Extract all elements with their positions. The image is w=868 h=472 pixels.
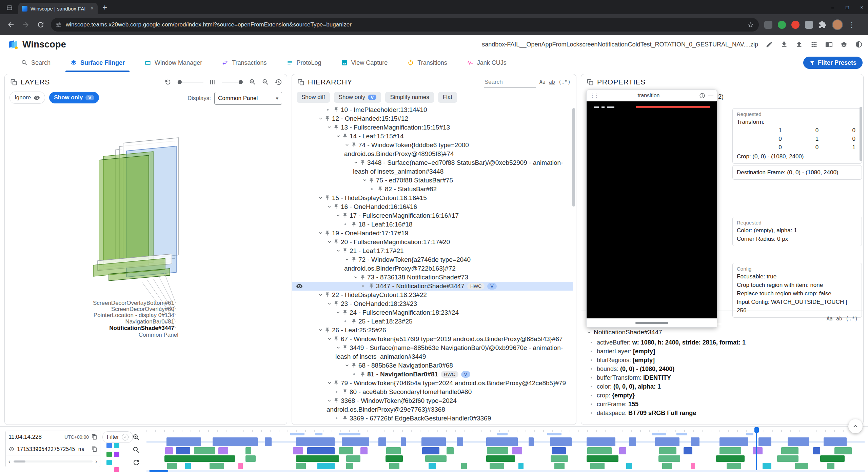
pin-icon[interactable] [342, 213, 348, 218]
trace-entry-segment[interactable] [296, 437, 335, 446]
pin-icon[interactable] [324, 327, 330, 333]
pin-icon[interactable] [369, 283, 374, 289]
profile-avatar[interactable] [832, 19, 843, 30]
trace-entry-segment[interactable] [176, 447, 190, 454]
trace-entry-segment[interactable] [296, 463, 306, 469]
pin-icon[interactable] [342, 345, 348, 351]
expand-arrow-icon[interactable] [318, 327, 323, 333]
visible-chip[interactable]: V [487, 283, 496, 290]
trace-entry-segment[interactable] [691, 437, 699, 446]
hierarchy-search-input[interactable] [484, 77, 536, 87]
trace-entry-segment[interactable] [512, 447, 522, 454]
trace-entry-segment[interactable] [346, 463, 353, 469]
hierarchy-node[interactable]: 74 - WindowToken{fdddbe6 type=2000 andro… [292, 141, 573, 158]
reload-icon[interactable] [37, 21, 45, 29]
hierarchy-node[interactable]: 25 - Leaf:18:23#25 [292, 317, 573, 326]
expand-arrow-icon[interactable] [318, 230, 323, 236]
trace-entry-segment[interactable] [245, 455, 256, 462]
download-icon[interactable] [781, 41, 788, 48]
browser-tab[interactable]: Winscope | sandbox-FAI × [18, 3, 98, 14]
hierarchy-node[interactable]: 18 - Leaf:16:16#18 [292, 220, 573, 229]
tab-search-icon[interactable] [6, 4, 13, 11]
drag-handle-icon[interactable]: ⋮⋮ [590, 93, 598, 99]
trace-entry-segment[interactable] [265, 437, 271, 446]
new-tab-button[interactable]: + [102, 3, 107, 12]
expand-arrow-icon[interactable] [335, 345, 341, 351]
property-row[interactable]: barrierLayer: [empty] [581, 347, 863, 356]
trace-entry-segment[interactable] [820, 455, 845, 462]
layers-3d-canvas[interactable]: ScreenDecorOverlayBottom#61ScreenDecorOv… [5, 105, 287, 425]
trace-entry-segment[interactable] [587, 437, 615, 446]
pin-icon[interactable] [351, 362, 357, 368]
extension-icon[interactable] [764, 21, 772, 29]
simplify-names-button[interactable]: Simplify names [385, 92, 434, 103]
trace-entry-segment[interactable] [552, 447, 566, 454]
trace-entry-segment[interactable] [421, 437, 446, 446]
trace-entry-segment[interactable] [490, 463, 504, 469]
reset-zoom-icon[interactable] [132, 458, 140, 467]
pin-icon[interactable] [333, 336, 339, 342]
url-bar[interactable]: winscope.teams.x20web.corp.google.com/pr… [51, 18, 759, 32]
trace-entry-segment[interactable] [662, 463, 672, 469]
spacing-icon[interactable] [209, 78, 216, 86]
zoom-out-icon[interactable] [132, 446, 140, 454]
rotate-3d-icon[interactable] [164, 78, 172, 86]
pin-icon[interactable] [333, 124, 339, 130]
flat-button[interactable]: Flat [438, 92, 457, 103]
expand-arrow-icon[interactable] [353, 160, 359, 165]
property-row[interactable]: crop: {empty} [581, 391, 863, 400]
trace-entry-segment[interactable] [342, 437, 369, 446]
spacing-slider[interactable] [222, 82, 243, 82]
hierarchy-node[interactable]: 3449 - Surface(name=885b63e NavigationBa… [292, 343, 573, 361]
filter-presets-button[interactable]: Filter Presets [803, 57, 863, 69]
trace-entry-segment[interactable] [655, 437, 679, 446]
hierarchy-node[interactable]: 72 - WindowToken{a2746de type=2040 andro… [292, 255, 573, 273]
expand-arrow-icon[interactable] [335, 310, 341, 315]
trace-entry-segment[interactable] [194, 447, 216, 454]
ignore-button[interactable]: Ignore [9, 92, 45, 104]
pin-icon[interactable] [342, 133, 348, 139]
property-row[interactable]: dataspace: BT709 sRGB Full range [581, 409, 863, 417]
expand-arrow-icon[interactable] [318, 116, 323, 121]
expand-arrow-icon[interactable] [327, 301, 332, 307]
pin-icon[interactable] [342, 389, 348, 395]
pin-icon[interactable] [324, 195, 330, 201]
pin-icon[interactable] [342, 310, 348, 315]
pin-icon[interactable] [351, 142, 357, 148]
expand-timeline-button[interactable] [848, 419, 863, 433]
hierarchy-node[interactable]: 3369 - 67726bf EdgeBackGestureHandler0#3… [292, 414, 573, 423]
match-case-icon[interactable]: Aa [539, 79, 546, 85]
trace-entry-segment[interactable] [777, 455, 799, 462]
trace-entry-segment[interactable] [658, 455, 680, 462]
tab-transitions[interactable]: Transitions [400, 54, 454, 72]
trace-entry-segment[interactable] [486, 455, 515, 462]
trace-type-icon[interactable] [106, 443, 112, 448]
trace-entry-segment[interactable] [457, 437, 463, 446]
trace-entry-segment[interactable] [360, 447, 368, 454]
whole-word-icon[interactable]: ab [549, 79, 555, 85]
trace-entry-segment[interactable] [716, 455, 745, 462]
displays-select[interactable]: Common Panel ▾ [214, 92, 282, 105]
expand-arrow-icon[interactable] [318, 195, 323, 201]
hierarchy-node[interactable]: 16 - OneHanded:16:16#16 [292, 202, 573, 211]
trace-entry-segment[interactable] [827, 463, 834, 469]
hierarchy-node[interactable]: 27 - HideDisplayCutout:26:31#27 [292, 423, 573, 425]
transition-overlay-window[interactable]: ⋮⋮ transition — [586, 90, 717, 328]
expand-arrow-icon[interactable] [327, 204, 332, 210]
hierarchy-node[interactable]: 19 - OneHanded:17:17#19 [292, 229, 573, 238]
timeline-hscrollbar[interactable] [13, 460, 93, 463]
trace-type-icon[interactable] [114, 467, 119, 472]
hierarchy-node[interactable]: 13 - FullscreenMagnification:15:15#13 [292, 123, 573, 132]
expand-arrow-icon[interactable] [335, 213, 341, 218]
hwc-chip[interactable]: HWC [467, 283, 485, 290]
timeline-tracks[interactable] [146, 427, 865, 472]
nanoseconds-value[interactable]: 1715339054227572545 ns [17, 446, 89, 452]
hierarchy-node[interactable]: 21 - Leaf:17:17#21 [292, 247, 573, 255]
property-row[interactable]: blurRegions: [empty] [581, 356, 863, 365]
pin-icon[interactable] [333, 204, 339, 210]
expand-arrow-icon[interactable] [327, 124, 332, 130]
trace-entry-segment[interactable] [795, 463, 808, 469]
timeline-bottom-scrollbar[interactable] [146, 470, 865, 472]
trace-entry-segment[interactable] [210, 463, 224, 469]
trace-entry-segment[interactable] [429, 463, 436, 469]
